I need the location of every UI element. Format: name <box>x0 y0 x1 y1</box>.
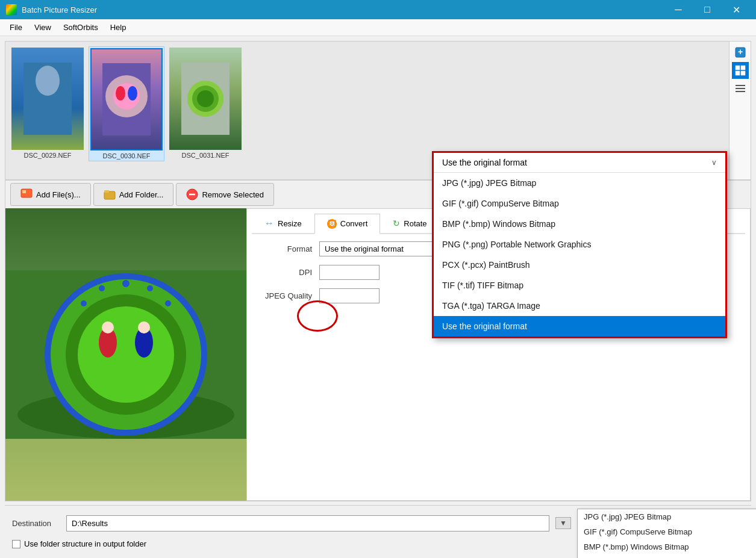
right-sidebar: + <box>729 42 751 179</box>
tab-convert[interactable]: 🖼 Convert <box>314 214 381 234</box>
thumb-img-2 <box>90 48 163 150</box>
format-selected-value: Use the original format <box>325 244 404 253</box>
sidebar-list-btn[interactable] <box>732 80 749 97</box>
add-folder-icon <box>104 188 116 200</box>
svg-point-41 <box>99 285 105 291</box>
svg-point-38 <box>122 280 130 287</box>
app-icon <box>6 4 17 15</box>
tab-resize-label: Resize <box>278 219 302 228</box>
format-label: Format <box>252 244 312 253</box>
large-dd-item-3[interactable]: BMP (*.bmp) Windows Bitmap <box>434 214 725 234</box>
jpeg-quality-input[interactable] <box>319 288 380 303</box>
svg-point-39 <box>147 285 153 291</box>
svg-point-36 <box>102 321 114 333</box>
tab-rotate[interactable]: ↻ Rotate <box>380 214 439 233</box>
thumb-label-3: DSC_0031.NEF <box>182 152 230 159</box>
thumb-label-1: DSC_0029.NEF <box>24 152 72 159</box>
svg-rect-19 <box>736 85 745 86</box>
svg-point-1 <box>36 66 60 96</box>
add-folder-label: Add Folder... <box>119 190 164 199</box>
svg-point-12 <box>197 90 214 107</box>
preview-image <box>5 208 246 501</box>
add-files-label: Add File(s)... <box>36 190 81 199</box>
svg-point-40 <box>165 300 171 306</box>
tab-resize[interactable]: ↔ Resize <box>252 214 314 233</box>
tab-convert-label: Convert <box>340 219 368 228</box>
title-bar-left: Batch Picture Resizer <box>6 4 97 15</box>
thumb-label-2: DSC_0030.NEF <box>103 152 151 160</box>
remove-icon <box>186 188 198 200</box>
svg-text:+: + <box>737 47 742 57</box>
svg-rect-18 <box>741 71 745 75</box>
svg-rect-15 <box>736 66 740 70</box>
chevron-down-icon: ∨ <box>711 158 717 167</box>
svg-rect-21 <box>736 91 745 92</box>
svg-rect-17 <box>736 71 740 75</box>
thumb-img-3 <box>169 48 242 150</box>
menu-view[interactable]: View <box>30 21 56 34</box>
add-folder-button[interactable]: Add Folder... <box>93 183 174 206</box>
large-dd-item-1[interactable]: JPG (*.jpg) JPEG Bitmap <box>434 173 725 193</box>
small-format-dropdown: JPG (*.jpg) JPEG Bitmap GIF (*.gif) Comp… <box>577 509 756 558</box>
folder-structure-label: Use folder structure in output folder <box>24 539 146 548</box>
svg-point-7 <box>116 86 125 101</box>
small-dd-item-2[interactable]: GIF (*.gif) CompuServe Bitmap <box>578 524 756 539</box>
thumbnail-1[interactable]: DSC_0029.NEF <box>10 46 85 160</box>
title-bar: Batch Picture Resizer ─ □ ✕ <box>0 0 756 19</box>
maximize-button[interactable]: □ <box>693 0 721 19</box>
large-dd-item-8[interactable]: Use the original format <box>434 316 725 336</box>
svg-point-8 <box>128 86 137 101</box>
jpeg-quality-label: JPEG Quality <box>252 291 312 300</box>
thumbnail-2[interactable]: DSC_0030.NEF <box>89 46 164 161</box>
large-dd-item-7[interactable]: TGA (*.tga) TARGA Image <box>434 296 725 316</box>
svg-point-37 <box>138 321 150 333</box>
large-dd-item-5[interactable]: PCX (*.pcx) PaintBrush <box>434 255 725 275</box>
minimize-button[interactable]: ─ <box>664 0 692 19</box>
svg-rect-23 <box>22 190 26 193</box>
large-dd-item-6[interactable]: TIF (*.tif) TIFF Bitmap <box>434 275 725 296</box>
thumb-img-1 <box>11 48 84 150</box>
small-dd-item-1[interactable]: JPG (*.jpg) JPEG Bitmap <box>578 509 756 524</box>
remove-selected-label: Remove Selected <box>202 190 264 199</box>
remove-selected-button[interactable]: Remove Selected <box>176 183 274 206</box>
svg-rect-25 <box>104 190 109 193</box>
svg-rect-16 <box>741 66 745 70</box>
destination-label: Destination <box>12 519 60 528</box>
folder-structure-checkbox[interactable] <box>12 540 20 548</box>
destination-input[interactable] <box>66 515 549 532</box>
dpi-label: DPI <box>252 268 312 277</box>
large-dd-header-label: Use the original format <box>442 158 527 167</box>
sidebar-add-btn[interactable]: + <box>732 44 749 61</box>
large-dd-item-4[interactable]: PNG (*.png) Portable Network Graphics <box>434 234 725 255</box>
close-button[interactable]: ✕ <box>722 0 750 19</box>
svg-point-33 <box>78 306 174 403</box>
large-format-dropdown: Use the original format ∨ JPG (*.jpg) JP… <box>432 151 727 338</box>
menu-file[interactable]: File <box>5 21 27 34</box>
large-dd-item-2[interactable]: GIF (*.gif) CompuServe Bitmap <box>434 193 725 214</box>
tab-rotate-label: Rotate <box>404 219 426 228</box>
small-dd-item-3[interactable]: BMP (*.bmp) Windows Bitmap <box>578 539 756 554</box>
dpi-input[interactable] <box>319 265 380 280</box>
menu-softorbits[interactable]: SoftOrbits <box>58 21 103 34</box>
main-container: DSC_0029.NEF DSC_0030.NEF <box>0 36 756 558</box>
app-title: Batch Picture Resizer <box>22 5 97 14</box>
window-controls: ─ □ ✕ <box>664 0 750 19</box>
preview-svg <box>5 270 246 439</box>
svg-point-42 <box>81 300 87 306</box>
sidebar-grid-btn[interactable] <box>732 62 749 79</box>
small-dd-item-4[interactable]: PNG (*.png) Portable Network Graphics <box>578 554 756 558</box>
menu-help[interactable]: Help <box>105 21 131 34</box>
image-panel: DSC_0029.NEF DSC_0030.NEF <box>5 41 751 501</box>
thumbnail-3[interactable]: DSC_0031.NEF <box>168 46 243 160</box>
large-dd-header[interactable]: Use the original format ∨ <box>434 153 725 173</box>
add-files-icon <box>20 188 33 200</box>
svg-rect-20 <box>736 88 745 89</box>
add-files-button[interactable]: Add File(s)... <box>10 183 91 206</box>
menu-bar: File View SoftOrbits Help <box>0 19 756 36</box>
